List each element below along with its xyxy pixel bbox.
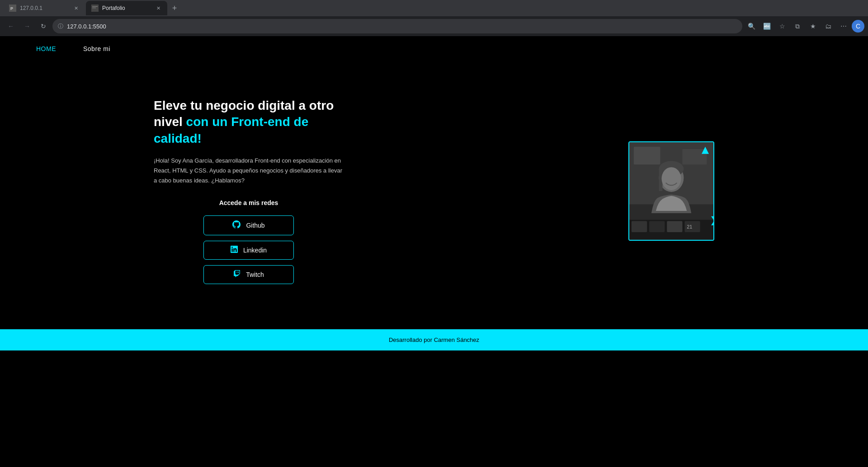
main-content: Eleve tu negocio digital a otro nivel co…	[118, 61, 750, 329]
twitch-icon	[233, 270, 241, 279]
footer: Desarrollado por Carmen Sánchez	[0, 329, 868, 350]
bookmark-button[interactable]: ☆	[775, 19, 789, 33]
back-button[interactable]: ←	[4, 19, 18, 33]
profile-decoration-arrow: ❯	[710, 215, 714, 222]
tab-close-1[interactable]: ✕	[72, 5, 80, 12]
github-icon	[232, 220, 241, 230]
linkedin-button[interactable]: Linkedin	[203, 241, 294, 260]
twitch-button-label: Twitch	[246, 271, 264, 278]
svg-text:21: 21	[687, 224, 692, 229]
hero-title: Eleve tu negocio digital a otro nivel co…	[154, 98, 344, 147]
forward-button[interactable]: →	[20, 19, 34, 33]
footer-text: Desarrollado por Carmen Sánchez	[389, 336, 479, 343]
browser-tabs-bar: P 127.0.0.1 ✕ Portafolio ✕ +	[0, 0, 868, 16]
profile-image: 21	[629, 142, 713, 240]
twitch-button[interactable]: Twitch	[203, 265, 294, 284]
nav-about-link[interactable]: Sobre mi	[83, 45, 110, 52]
tab-close-2[interactable]: ✕	[155, 5, 162, 12]
below-footer	[0, 350, 868, 387]
tab-favicon-1: P	[9, 5, 16, 12]
profile-button[interactable]: C	[852, 20, 864, 33]
svg-rect-13	[649, 221, 665, 232]
svg-text:P: P	[10, 6, 13, 11]
linkedin-button-label: Linkedin	[243, 247, 267, 254]
svg-rect-14	[667, 221, 682, 232]
reload-button[interactable]: ↻	[36, 19, 51, 33]
nav-home-link[interactable]: HOME	[36, 45, 56, 52]
tab-favicon-2	[91, 5, 99, 12]
browser-toolbar: ← → ↻ ⓘ 127.0.0.1:5500 🔍 🔤 ☆ ⧉ ★ 🗂 ⋯ C	[0, 16, 868, 36]
social-buttons: Github Linkedin	[154, 215, 344, 284]
github-button[interactable]: Github	[203, 215, 294, 235]
favorites-button[interactable]: ★	[806, 19, 820, 33]
github-button-label: Github	[246, 222, 264, 229]
browser-tab-1[interactable]: P 127.0.0.1 ✕	[4, 1, 85, 15]
share-button[interactable]: ⋯	[836, 19, 851, 33]
linkedin-icon	[231, 246, 238, 255]
social-heading: Accede a mis redes	[154, 199, 344, 206]
lock-icon: ⓘ	[58, 23, 63, 30]
add-tab-button[interactable]: +	[168, 2, 181, 14]
split-view-button[interactable]: ⧉	[790, 19, 805, 33]
navigation: HOME Sobre mi	[0, 36, 868, 61]
website-content: HOME Sobre mi Eleve tu negocio digital a…	[0, 36, 868, 467]
hero-description: ¡Hola! Soy Ana García, desarrolladora Fr…	[154, 156, 344, 186]
left-content: Eleve tu negocio digital a otro nivel co…	[154, 98, 344, 284]
zoom-button[interactable]: 🔍	[744, 19, 759, 33]
tab-title-2: Portafolio	[102, 5, 151, 11]
svg-rect-5	[634, 147, 660, 164]
browser-tab-2[interactable]: Portafolio ✕	[86, 1, 167, 15]
profile-image-container: 21 ❯	[628, 141, 714, 241]
svg-rect-12	[632, 221, 647, 232]
toolbar-right-actions: 🔍 🔤 ☆ ⧉ ★ 🗂 ⋯ C	[744, 19, 864, 33]
address-text: 127.0.0.1:5500	[67, 23, 737, 30]
svg-point-10	[661, 167, 681, 190]
collections-button[interactable]: 🗂	[821, 19, 835, 33]
browser-chrome: P 127.0.0.1 ✕ Portafolio ✕ + ← → ↻ ⓘ	[0, 0, 868, 36]
address-bar[interactable]: ⓘ 127.0.0.1:5500	[52, 19, 742, 33]
read-aloud-button[interactable]: 🔤	[760, 19, 774, 33]
tab-title-1: 127.0.0.1	[20, 5, 69, 11]
